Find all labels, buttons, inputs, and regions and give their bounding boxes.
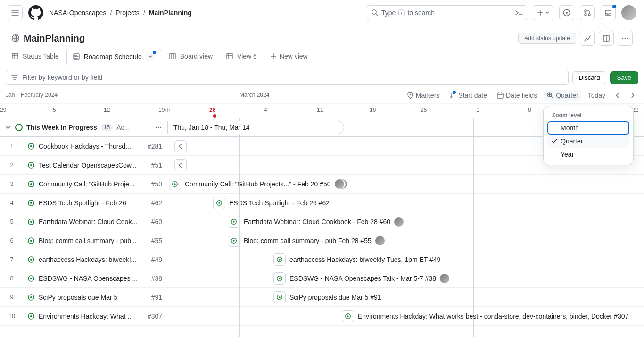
table-row[interactable]: 10 Environments Hackday: What ... #307 [0, 307, 167, 326]
timeline-item[interactable]: earthaccess Hackdays: biweekly Tues. 1pm… [273, 253, 440, 266]
table-row[interactable]: 6 Blog: comm call summary - pub... #55 [0, 231, 167, 250]
inbox-icon [604, 9, 612, 17]
svg-point-48 [233, 240, 235, 242]
zoom-level-button[interactable]: Quarter [544, 90, 581, 101]
sidebar-icon [603, 34, 610, 42]
scroll-to-item-button[interactable] [174, 140, 187, 152]
timeline-item[interactable]: ESDSWG - NASA Openscapes Talk - Mar 5-7 … [273, 272, 449, 285]
group-date-bar[interactable]: Thu, Jan 18 - Thu, Mar 14 [167, 121, 344, 134]
item-label: earthaccess Hackdays: biweekly Tues. 1pm… [289, 256, 440, 263]
table-row[interactable]: 5 Earthdata Webinar: Cloud Cook... #60 [0, 212, 167, 231]
more-options-button[interactable] [618, 31, 633, 46]
pull-requests-button[interactable] [580, 5, 595, 20]
open-issue-icon [27, 199, 35, 207]
issue-number: #281 [148, 143, 162, 150]
month-label-mar: March 2024 [239, 92, 269, 98]
github-logo[interactable] [28, 5, 43, 20]
zoom-menu-title: Zoom level [547, 110, 629, 121]
item-handle[interactable] [213, 197, 225, 209]
table-row[interactable]: 7 earthaccess Hackdays: biweekl... #49 [0, 250, 167, 269]
item-handle[interactable] [273, 272, 286, 285]
table-row[interactable]: 1 Cookbook Hackdays - Thursd... #281 [0, 137, 167, 156]
item-handle[interactable] [273, 291, 286, 303]
table-row[interactable]: 2 Test Calendar OpenscapesCow... #51 [0, 156, 167, 175]
today-line [215, 118, 215, 337]
hamburger-button[interactable] [8, 5, 23, 20]
bar-row: Environments Hackday: What works best - … [167, 307, 644, 326]
prev-button[interactable] [612, 90, 623, 101]
item-handle[interactable] [228, 235, 240, 247]
table-row[interactable]: 4 ESDS Tech Spotlight - Feb 26 #62 [0, 194, 167, 212]
table-row[interactable]: 3 Community Call: "GitHub Proje... #50 [0, 175, 167, 194]
open-issue-icon [231, 219, 237, 225]
tab-menu-button[interactable] [146, 52, 155, 61]
timeline-item[interactable]: SciPy proposals due Mar 5 #91 [273, 291, 381, 304]
filter-icon [11, 74, 18, 81]
search-prefix: Type [381, 9, 396, 17]
today-button[interactable]: Today [585, 90, 608, 101]
open-issue-icon [231, 237, 237, 244]
avatar[interactable] [621, 5, 636, 20]
group-header[interactable]: This Week In Progress 15 Ac... [0, 118, 167, 137]
breadcrumb-org[interactable]: NASA-Openscapes [49, 9, 106, 17]
next-button[interactable] [627, 90, 638, 101]
tab-board[interactable]: Board view [163, 50, 218, 63]
timeline-item[interactable]: Blog: comm call summary - pub Feb 28 #55 [228, 234, 385, 247]
open-issue-icon [27, 312, 35, 320]
breadcrumb-sep: / [143, 9, 145, 17]
svg-point-10 [627, 38, 628, 39]
chevron-right-icon [629, 92, 636, 99]
zoom-option-year[interactable]: Year [547, 148, 629, 161]
open-issue-icon [27, 237, 35, 244]
svg-point-42 [174, 183, 176, 185]
tab-roadmap[interactable]: Roadmap Schedule [66, 49, 161, 65]
zoom-option-month[interactable]: Month [547, 121, 629, 135]
row-number: 3 [0, 180, 24, 187]
notifications-button[interactable] [601, 5, 616, 20]
insights-button[interactable] [580, 31, 595, 46]
timeline-item[interactable]: Environments Hackday: What works best - … [342, 310, 628, 323]
date-tick: 8 [528, 107, 531, 113]
search-icon [371, 9, 379, 17]
item-handle[interactable] [273, 253, 286, 266]
row-number: 2 [0, 161, 24, 168]
item-handle[interactable] [169, 178, 181, 190]
breadcrumb-project[interactable]: MainPlanning [149, 9, 192, 17]
item-handle[interactable] [228, 216, 240, 228]
save-button[interactable]: Save [610, 71, 638, 84]
markers-button[interactable]: Markers [404, 90, 443, 101]
search-input[interactable]: Type / to search [367, 5, 527, 20]
tab-view6[interactable]: View 6 [220, 50, 263, 63]
date-tick: 29 [0, 107, 6, 113]
bar-row: Earthdata Webinar: Cloud Cookbook - Feb … [167, 212, 644, 231]
issues-button[interactable] [559, 5, 574, 20]
create-new-button[interactable] [533, 5, 553, 20]
discard-button[interactable]: Discard [572, 71, 606, 84]
tab-status-table[interactable]: Status Table [6, 50, 65, 63]
global-nav: NASA-Openscapes / Projects / MainPlannin… [0, 0, 644, 25]
row-number: 8 [0, 275, 24, 282]
item-handle[interactable] [342, 310, 354, 322]
open-issue-icon [27, 218, 35, 226]
timeline-item[interactable]: Community Call: "GitHub Projects..." - F… [169, 177, 344, 191]
date-tick: 4 [264, 107, 267, 113]
resize-handle-icon[interactable] [165, 108, 171, 112]
tab-label: View 6 [237, 52, 257, 60]
date-fields-button[interactable]: Date fields [494, 90, 540, 101]
project-name[interactable]: MainPlanning [24, 33, 85, 44]
kebab-icon[interactable] [155, 124, 162, 131]
details-panel-button[interactable] [599, 31, 614, 46]
add-status-button[interactable]: Add status update [518, 33, 576, 44]
timeline-item[interactable]: Earthdata Webinar: Cloud Cookbook - Feb … [228, 215, 404, 228]
zoom-option-quarter[interactable]: Quarter [547, 135, 629, 148]
new-view-button[interactable]: New view [264, 50, 314, 63]
table-row[interactable]: 8 ESDSWG - NASA Openscapes ... #38 [0, 269, 167, 288]
issue-number: #38 [151, 275, 162, 282]
item-label: SciPy proposals due Mar 5 #91 [289, 294, 381, 301]
table-row[interactable]: 9 SciPy proposals due Mar 5 #91 [0, 288, 167, 307]
breadcrumb-section[interactable]: Projects [116, 9, 140, 17]
scroll-to-item-button[interactable] [174, 159, 187, 171]
start-date-button[interactable]: Start date [446, 90, 490, 101]
filter-input[interactable]: Filter by keyword or by field [6, 70, 569, 85]
timeline-item[interactable]: ESDS Tech Spotlight - Feb 26 #62 [213, 196, 330, 210]
